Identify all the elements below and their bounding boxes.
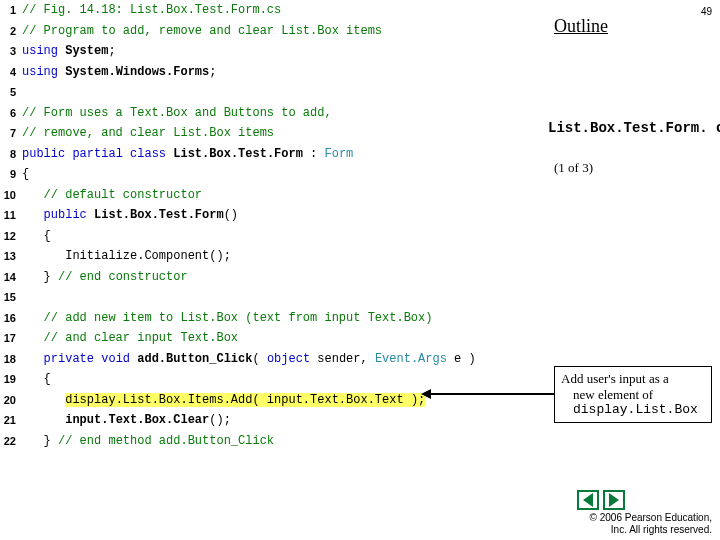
filename-label: List.Box.Test.Form. cs: [548, 120, 720, 136]
line-number: 9: [0, 164, 22, 185]
line-body: using System.Windows.Forms;: [22, 62, 216, 83]
line-body: public partial class List.Box.Test.Form …: [22, 144, 353, 165]
line-body: } // end method add.Button_Click: [22, 431, 274, 452]
line-body: {: [22, 226, 51, 247]
code-line: 16 // add new item to List.Box (text fro…: [0, 308, 548, 329]
code-listing: 1// Fig. 14.18: List.Box.Test.Form.cs2//…: [0, 0, 548, 455]
code-line: 13 Initialize.Component();: [0, 246, 548, 267]
line-number: 18: [0, 349, 22, 370]
line-body: // remove, and clear List.Box items: [22, 123, 274, 144]
line-body: {: [22, 164, 29, 185]
code-line: 18 private void add.Button_Click( object…: [0, 349, 548, 370]
line-body: display.List.Box.Items.Add( input.Text.B…: [22, 390, 425, 411]
callout-arrow: [429, 393, 554, 395]
code-line: 11 public List.Box.Test.Form(): [0, 205, 548, 226]
line-number: 19: [0, 369, 22, 390]
line-number: 15: [0, 287, 22, 308]
code-line: 9{: [0, 164, 548, 185]
nav-buttons: [577, 490, 625, 510]
line-number: 20: [0, 390, 22, 411]
line-number: 8: [0, 144, 22, 165]
line-number: 3: [0, 41, 22, 62]
copyright: © 2006 Pearson Education, Inc. All right…: [590, 512, 712, 536]
code-line: 3using System;: [0, 41, 548, 62]
line-body: // Form uses a Text.Box and Buttons to a…: [22, 103, 332, 124]
code-line: 1// Fig. 14.18: List.Box.Test.Form.cs: [0, 0, 548, 21]
callout-code: display.List.Box: [561, 402, 705, 418]
code-line: 21 input.Text.Box.Clear();: [0, 410, 548, 431]
line-number: 11: [0, 205, 22, 226]
code-line: 6// Form uses a Text.Box and Buttons to …: [0, 103, 548, 124]
code-line: 2// Program to add, remove and clear Lis…: [0, 21, 548, 42]
code-line: 7// remove, and clear List.Box items: [0, 123, 548, 144]
line-body: Initialize.Component();: [22, 246, 231, 267]
line-body: input.Text.Box.Clear();: [22, 410, 231, 431]
next-button[interactable]: [603, 490, 625, 510]
line-body: } // end constructor: [22, 267, 188, 288]
line-body: using System;: [22, 41, 116, 62]
code-line: 12 {: [0, 226, 548, 247]
line-number: 21: [0, 410, 22, 431]
code-line: 22 } // end method add.Button_Click: [0, 431, 548, 452]
line-number: 10: [0, 185, 22, 206]
code-line: 10 // default constructor: [0, 185, 548, 206]
code-line: 4using System.Windows.Forms;: [0, 62, 548, 83]
code-line: 8public partial class List.Box.Test.Form…: [0, 144, 548, 165]
copyright-line-1: © 2006 Pearson Education,: [590, 512, 712, 524]
triangle-right-icon: [609, 493, 619, 507]
code-line: 14 } // end constructor: [0, 267, 548, 288]
line-number: 13: [0, 246, 22, 267]
line-number: 1: [0, 0, 22, 21]
line-number: 16: [0, 308, 22, 329]
line-number: 7: [0, 123, 22, 144]
line-body: // Fig. 14.18: List.Box.Test.Form.cs: [22, 0, 281, 21]
line-number: 22: [0, 431, 22, 452]
line-body: private void add.Button_Click( object se…: [22, 349, 483, 370]
line-number: 6: [0, 103, 22, 124]
code-line: 15: [0, 287, 548, 308]
line-number: 17: [0, 328, 22, 349]
line-number: 2: [0, 21, 22, 42]
line-body: // add new item to List.Box (text from i…: [22, 308, 432, 329]
code-line: 5: [0, 82, 548, 103]
line-number: 5: [0, 82, 22, 103]
code-line: 17 // and clear input Text.Box: [0, 328, 548, 349]
callout-text-1: Add user's input as a: [561, 371, 705, 387]
sidebar: 49 Outline List.Box.Test.Form. cs (1 of …: [548, 0, 720, 540]
triangle-left-icon: [583, 493, 593, 507]
line-body: // Program to add, remove and clear List…: [22, 21, 382, 42]
page-number: 49: [701, 6, 712, 17]
line-number: 4: [0, 62, 22, 83]
copyright-line-2: Inc. All rights reserved.: [590, 524, 712, 536]
line-number: 14: [0, 267, 22, 288]
line-body: // and clear input Text.Box: [22, 328, 238, 349]
prev-button[interactable]: [577, 490, 599, 510]
line-body: public List.Box.Test.Form(): [22, 205, 238, 226]
callout-text-2: new element of: [561, 387, 705, 403]
line-number: 12: [0, 226, 22, 247]
code-line: 19 {: [0, 369, 548, 390]
line-body: {: [22, 369, 51, 390]
part-indicator: (1 of 3): [554, 160, 593, 176]
line-body: // default constructor: [22, 185, 202, 206]
outline-heading: Outline: [554, 16, 608, 37]
callout-box: Add user's input as a new element of dis…: [554, 366, 712, 423]
